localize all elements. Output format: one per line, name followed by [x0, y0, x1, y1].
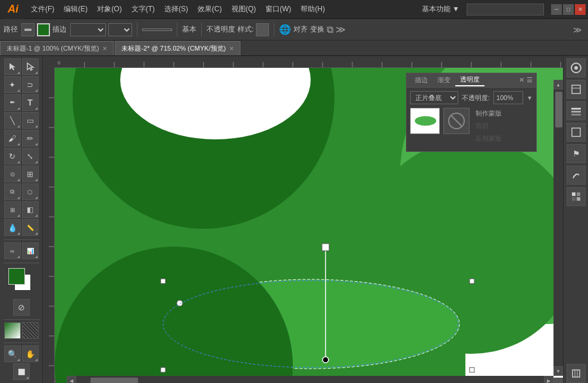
- doc-tab-2-close[interactable]: ✕: [229, 45, 234, 52]
- menu-edit[interactable]: 编辑(E): [59, 2, 92, 17]
- panel-collapse-icon[interactable]: ≫: [573, 25, 582, 35]
- make-mask-btn[interactable]: 制作蒙版: [476, 108, 502, 119]
- clip-btn[interactable]: 剪切: [476, 120, 502, 132]
- chart-tool[interactable]: 📊: [22, 242, 39, 259]
- menu-file[interactable]: 文件(F): [26, 2, 59, 17]
- puppet-icon[interactable]: ⧉: [327, 24, 333, 35]
- measure-tool[interactable]: 📏: [22, 219, 39, 236]
- free-transform-tool[interactable]: ⊞: [22, 166, 39, 182]
- blend-mode-select[interactable]: 正片叠底: [410, 91, 458, 104]
- toolbar: 路径 描边 基本 不透明度 样式: 🌐 对齐 变换 ⧉ ≫ ≫: [0, 19, 588, 41]
- scroll-h-track[interactable]: [76, 376, 544, 383]
- menu-select[interactable]: 选择(S): [159, 2, 193, 17]
- tool-row-7: ⊙ ⊞: [4, 166, 39, 182]
- opacity-input[interactable]: [493, 91, 523, 104]
- align-label[interactable]: 对齐: [293, 24, 308, 35]
- color-panel-btn[interactable]: [567, 58, 586, 77]
- select-tool[interactable]: [4, 58, 21, 75]
- scroll-vertical[interactable]: ▲ ▼: [553, 80, 563, 376]
- scroll-right-btn[interactable]: ▶: [544, 376, 553, 383]
- appearances-panel-btn[interactable]: [567, 80, 586, 99]
- direct-select-tool[interactable]: [22, 58, 39, 75]
- panel-tab-gradient[interactable]: 渐变: [433, 74, 455, 86]
- zoom-tool[interactable]: 🔍: [4, 345, 21, 362]
- type-tool[interactable]: T: [22, 94, 39, 111]
- artboard-panel-btn[interactable]: [567, 123, 586, 142]
- scroll-v-thumb[interactable]: [555, 92, 562, 127]
- scroll-up-btn[interactable]: ▲: [553, 80, 563, 89]
- minimize-button[interactable]: ─: [551, 4, 562, 15]
- svg-rect-58: [572, 128, 580, 136]
- menu-view[interactable]: 视图(Q): [227, 2, 261, 17]
- artboard-tool[interactable]: ⬜: [13, 363, 30, 380]
- transform-label[interactable]: 变换: [310, 24, 324, 35]
- line-tool[interactable]: ╲: [4, 112, 21, 129]
- menu-object[interactable]: 对象(O): [92, 2, 126, 17]
- perspective-tool[interactable]: ⬡: [22, 183, 39, 200]
- hand-tool[interactable]: ✋: [22, 345, 39, 362]
- gradient-tool[interactable]: ◧: [22, 201, 39, 218]
- search-input[interactable]: [467, 4, 544, 15]
- brushes-panel-btn[interactable]: [567, 166, 586, 185]
- paintbrush-tool[interactable]: 🖌: [4, 130, 21, 147]
- resize-panel-btn[interactable]: [567, 364, 586, 383]
- transparency-panel-header: 描边 渐变 透明度 ✕ ☰: [406, 73, 536, 88]
- foreground-color-box[interactable]: [8, 268, 25, 285]
- panel-close-btn[interactable]: ✕: [519, 76, 524, 84]
- panel-tab-stroke[interactable]: 描边: [410, 74, 433, 86]
- pattern-fill-btn[interactable]: [22, 322, 39, 339]
- invert-btn[interactable]: 反相蒙版: [476, 133, 502, 144]
- shape-tool[interactable]: ▭: [22, 112, 39, 129]
- panel-tab-transparency[interactable]: 透明度: [455, 74, 484, 86]
- eyedropper-tool[interactable]: 💧: [4, 219, 21, 236]
- doc-tab-1[interactable]: 未标题-1 @ 100% (CMYK/预览) ✕: [0, 41, 114, 55]
- swatches-panel-btn[interactable]: [567, 187, 586, 206]
- tool-row-1: [4, 58, 39, 75]
- gradient-fill-btn[interactable]: [4, 322, 21, 339]
- mesh-tool[interactable]: ⊞: [4, 201, 21, 218]
- tool-row-14: 🔍 ✋: [4, 345, 39, 362]
- canvas-area[interactable]: 0: [43, 56, 563, 383]
- scroll-horizontal[interactable]: ◀ ▶: [67, 376, 553, 383]
- ai-logo: Ai: [2, 0, 24, 19]
- opacity-arrow[interactable]: ▼: [527, 95, 533, 101]
- lasso-tool[interactable]: ⊃: [22, 76, 39, 93]
- scroll-v-track[interactable]: [553, 89, 563, 366]
- stroke-color-btn[interactable]: [37, 23, 50, 36]
- magic-wand-tool[interactable]: ✦: [4, 76, 21, 93]
- artboard: 描边 渐变 透明度 ✕ ☰ 正片叠底 不透明度: ▼: [55, 68, 563, 383]
- svg-rect-56: [571, 111, 581, 113]
- doc-tab-1-close[interactable]: ✕: [102, 45, 107, 52]
- layers-panel-btn[interactable]: [567, 101, 586, 120]
- menu-effect[interactable]: 效果(C): [193, 2, 227, 17]
- menu-text[interactable]: 文字(T): [127, 2, 159, 17]
- stroke-weight-select[interactable]: [108, 23, 132, 36]
- shape-builder-tool[interactable]: ⧉: [4, 183, 21, 200]
- scroll-h-thumb[interactable]: [90, 378, 138, 383]
- scroll-left-btn[interactable]: ◀: [67, 376, 76, 383]
- symbols-panel-btn[interactable]: ⚑: [567, 144, 586, 163]
- warp-tool[interactable]: ⊙: [4, 166, 21, 182]
- menu-help[interactable]: 帮助(H): [296, 2, 330, 17]
- svg-rect-63: [577, 197, 580, 201]
- blend-tool[interactable]: ∞: [4, 242, 21, 259]
- more-icon[interactable]: ≫: [336, 24, 346, 35]
- pen-tool[interactable]: ✒: [4, 94, 21, 111]
- transparency-panel-body: 正片叠底 不透明度: ▼: [406, 88, 536, 151]
- svg-text:⚑: ⚑: [573, 149, 580, 158]
- scroll-down-btn[interactable]: ▼: [553, 366, 563, 376]
- menu-window[interactable]: 窗口(W): [261, 2, 296, 17]
- rotate-tool[interactable]: ↻: [4, 148, 21, 164]
- close-button[interactable]: ✕: [575, 4, 586, 15]
- svg-rect-46: [470, 368, 474, 372]
- workspace-label[interactable]: 基本功能 ▼: [417, 3, 464, 15]
- restore-button[interactable]: □: [563, 4, 574, 15]
- stroke-select[interactable]: [70, 23, 106, 36]
- pencil-tool[interactable]: ✏: [22, 130, 39, 147]
- doc-tab-2[interactable]: 未标题-2* @ 715.02% (CMYK/预览) ✕: [115, 41, 240, 55]
- svg-rect-64: [573, 370, 580, 377]
- scale-tool[interactable]: ⤡: [22, 148, 39, 164]
- panel-menu-btn[interactable]: ☰: [527, 76, 533, 84]
- path-icon-btn[interactable]: [21, 23, 35, 36]
- none-fill-btn[interactable]: ⊘: [13, 299, 30, 316]
